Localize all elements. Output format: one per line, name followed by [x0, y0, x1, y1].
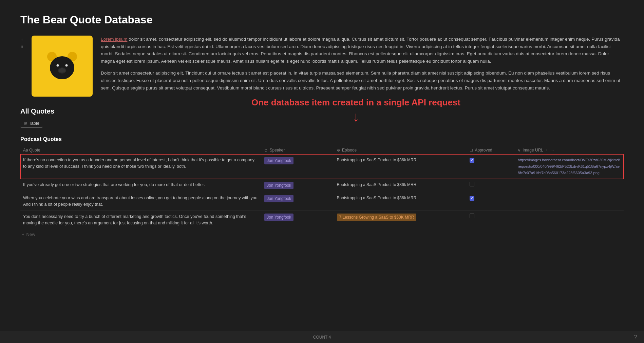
- cell-imageurl-3: [515, 210, 624, 229]
- quotes-section: All Quotes ⊞ Table Podcast Quotes Aa Quo…: [20, 107, 624, 240]
- page-title: The Bear Quote Database: [20, 14, 624, 26]
- episode-text-1: Bootstrapping a SaaS Product to $36k MRR: [337, 182, 417, 187]
- text-content: Lorem ipsum dolor sit amet, consectetur …: [101, 36, 624, 97]
- cell-quote-0: If there's no connection to you as a fou…: [20, 154, 262, 179]
- cell-imageurl-0: https://images.bannerbear.com/direct/DVE…: [515, 154, 624, 179]
- episode-badge-orange-3: 7 Lessons Growing a SaaS to $50K MRR: [337, 214, 417, 221]
- checkbox-checked-0[interactable]: ✓: [470, 158, 474, 163]
- svg-point-3: [57, 64, 59, 67]
- table-title: Podcast Quotes: [20, 136, 624, 142]
- table-row[interactable]: If there's no connection to you as a fou…: [20, 154, 624, 179]
- checkbox-unchecked-1[interactable]: [470, 182, 474, 186]
- table-row[interactable]: You don't necessarily need to try a bunc…: [20, 210, 624, 229]
- table-header: Aa Quote ⊙ Speaker ⊙ Episode ☐: [20, 146, 624, 154]
- col-header-approved: ☐ Approved: [467, 146, 515, 154]
- image-url-text-0: https://images.bannerbear.com/direct/DVE…: [518, 158, 620, 175]
- approved-col-icon: ☐: [470, 148, 473, 152]
- speaker-badge-1: Jon Yongfook: [264, 182, 293, 189]
- episode-text-2: Bootstrapping a SaaS Product to $36k MRR: [337, 196, 417, 200]
- annotation-wrapper: One database item created in a single AP…: [20, 107, 624, 240]
- cell-quote-1: If you've already got one or two strateg…: [20, 179, 262, 192]
- episode-text-0: Bootstrapping a SaaS Product to $36k MRR: [337, 158, 417, 162]
- imageurl-col-icon: ⚲: [518, 148, 520, 152]
- tab-table[interactable]: ⊞ Table: [20, 119, 43, 128]
- speaker-badge-3: Jon Yongfook: [264, 214, 293, 221]
- checkbox-unchecked-3[interactable]: [470, 214, 474, 218]
- cell-episode-1: Bootstrapping a SaaS Product to $36k MRR: [334, 179, 467, 192]
- cell-imageurl-1: [515, 179, 624, 192]
- table-row[interactable]: When you celebrate your wins and are tra…: [20, 192, 624, 211]
- col-options-icon[interactable]: ···: [550, 148, 554, 153]
- help-button[interactable]: ?: [634, 334, 637, 341]
- svg-point-7: [59, 68, 65, 73]
- paragraph-2: Dolor sit amet consectetur adipiscing el…: [101, 69, 624, 92]
- paragraph-1: Lorem ipsum dolor sit amet, consectetur …: [101, 36, 624, 65]
- annotation-text: One database item created in a single AP…: [251, 97, 460, 108]
- table-body: If there's no connection to you as a fou…: [20, 154, 624, 229]
- cell-quote-3: You don't necessarily need to try a bunc…: [20, 210, 262, 229]
- speaker-badge-0: Jon Yongfook: [264, 157, 293, 164]
- cell-episode-3: 7 Lessons Growing a SaaS to $50K MRR: [334, 210, 467, 229]
- new-row-button[interactable]: + New: [20, 229, 624, 240]
- speaker-col-icon: ⊙: [264, 148, 267, 152]
- lorem-link: Lorem ipsum: [101, 37, 127, 42]
- svg-point-4: [65, 64, 68, 67]
- col-header-speaker: ⊙ Speaker: [262, 146, 334, 154]
- count-text: COUNT 4: [313, 335, 331, 340]
- bear-image: [32, 36, 93, 97]
- bear-illustration: [45, 49, 79, 83]
- cell-speaker-3: Jon Yongfook: [262, 210, 334, 229]
- database-table: Aa Quote ⊙ Speaker ⊙ Episode ☐: [20, 146, 624, 229]
- section-divider: [20, 132, 624, 132]
- cell-approved-3[interactable]: [467, 210, 515, 229]
- cell-episode-0: Bootstrapping a SaaS Product to $36k MRR: [334, 154, 467, 179]
- cell-speaker-1: Jon Yongfook: [262, 179, 334, 192]
- new-row-plus-icon: +: [22, 232, 24, 237]
- episode-col-icon: ⊙: [337, 148, 340, 152]
- add-block-icon[interactable]: +: [20, 37, 23, 43]
- table-section: Podcast Quotes Aa Quote ⊙ Speaker: [20, 136, 624, 240]
- header-row: Aa Quote ⊙ Speaker ⊙ Episode ☐: [20, 146, 624, 154]
- table-icon: ⊞: [24, 121, 27, 125]
- count-bar: COUNT 4: [0, 331, 644, 343]
- col-header-episode: ⊙ Episode: [334, 146, 467, 154]
- section-heading: All Quotes: [20, 107, 624, 115]
- page-container: The Bear Quote Database + ⠿: [0, 0, 644, 260]
- cell-imageurl-2: [515, 192, 624, 211]
- cell-episode-2: Bootstrapping a SaaS Product to $36k MRR: [334, 192, 467, 211]
- add-column-button[interactable]: +: [546, 148, 548, 153]
- col-header-imageurl: ⚲ Image URL + ···: [515, 146, 624, 154]
- checkbox-checked-2[interactable]: ✓: [470, 196, 474, 201]
- col-header-quote: Aa Quote: [20, 146, 262, 154]
- top-content: + ⠿ Lorem: [20, 36, 624, 97]
- top-left-controls: + ⠿: [20, 36, 23, 97]
- cell-speaker-0: Jon Yongfook: [262, 154, 334, 179]
- table-row[interactable]: If you've already got one or two strateg…: [20, 179, 624, 192]
- cell-approved-2[interactable]: ✓: [467, 192, 515, 211]
- cell-approved-0[interactable]: ✓: [467, 154, 515, 179]
- drag-icon[interactable]: ⠿: [20, 44, 23, 49]
- speaker-badge-2: Jon Yongfook: [264, 195, 293, 202]
- tab-bar: ⊞ Table: [20, 119, 624, 128]
- cell-speaker-2: Jon Yongfook: [262, 192, 334, 211]
- cell-quote-2: When you celebrate your wins and are tra…: [20, 192, 262, 211]
- cell-approved-1[interactable]: [467, 179, 515, 192]
